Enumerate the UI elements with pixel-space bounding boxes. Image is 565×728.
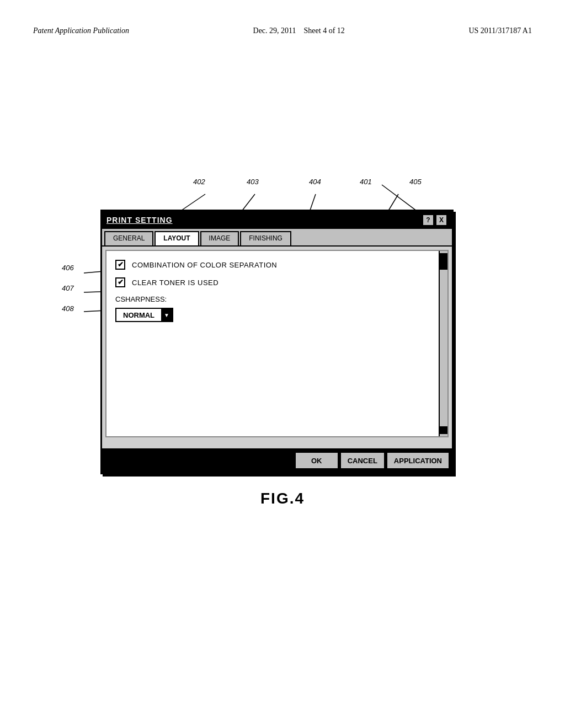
- close-button[interactable]: X: [435, 214, 447, 226]
- checkbox-color-separation-label: COMBINATION OF COLOR SEPARATION: [132, 261, 277, 269]
- checkbox-clear-toner-label: CLEAR TONER IS USED: [132, 279, 218, 287]
- scroll-thumb-top: [440, 253, 447, 270]
- sharpness-section: CSHARPNESS: NORMAL ▼: [115, 295, 439, 322]
- header-patent-num: US 2011/317187 A1: [468, 26, 532, 35]
- ref-406: 406: [62, 264, 74, 272]
- ref-405: 405: [409, 178, 422, 186]
- checkbox-row-clear-toner: ✔ CLEAR TONER IS USED: [115, 277, 439, 287]
- ref-401: 401: [360, 178, 372, 186]
- tab-image[interactable]: IMAGE: [200, 231, 239, 245]
- ok-button[interactable]: OK: [295, 452, 339, 469]
- sharpness-dropdown[interactable]: NORMAL ▼: [115, 308, 173, 322]
- dialog-title: PRINT SETTING: [106, 216, 173, 224]
- ref-407: 407: [62, 284, 74, 292]
- header-publication: Patent Application Publication: [33, 26, 129, 35]
- application-button[interactable]: APPLICATION: [386, 452, 450, 469]
- checkbox-color-separation[interactable]: ✔: [115, 260, 125, 270]
- ref-403: 403: [247, 178, 259, 186]
- page-header: Patent Application Publication Dec. 29, …: [33, 26, 532, 35]
- tab-layout[interactable]: LAYOUT: [154, 231, 199, 245]
- tab-bar: GENERAL LAYOUT IMAGE FINISHING: [102, 229, 452, 247]
- header-date-sheet: Dec. 29, 2011 Sheet 4 of 12: [253, 26, 345, 35]
- dropdown-arrow-icon: ▼: [161, 308, 172, 322]
- checkbox-clear-toner[interactable]: ✔: [115, 277, 125, 287]
- content-area: ✔ COMBINATION OF COLOR SEPARATION ✔ CLEA…: [105, 250, 449, 437]
- ref-404: 404: [309, 178, 321, 186]
- diagram-area: 402 403 404 401 405 406 407 408 409 410 …: [33, 88, 532, 607]
- figure-label: FIG.4: [260, 490, 305, 507]
- tab-finishing[interactable]: FINISHING: [240, 231, 291, 245]
- ref-402: 402: [193, 178, 205, 186]
- diagram-container: 402 403 404 401 405 406 407 408 409 410 …: [56, 154, 509, 540]
- sharpness-value: NORMAL: [116, 311, 161, 319]
- sharpness-label: CSHARPNESS:: [115, 295, 439, 303]
- button-bar: OK CANCEL APPLICATION: [102, 448, 452, 473]
- help-button[interactable]: ?: [422, 214, 434, 226]
- tab-general[interactable]: GENERAL: [104, 231, 153, 245]
- scroll-thumb-bottom: [440, 426, 447, 434]
- dialog-window: PRINT SETTING ? X GENERAL LAYOUT IMAGE: [100, 210, 454, 474]
- dropdown-row: NORMAL ▼: [115, 308, 439, 322]
- title-bar: PRINT SETTING ? X: [102, 211, 452, 229]
- cancel-button[interactable]: CANCEL: [340, 452, 385, 469]
- checkbox-row-color-separation: ✔ COMBINATION OF COLOR SEPARATION: [115, 260, 439, 270]
- ref-408: 408: [62, 304, 74, 313]
- title-controls: ? X: [422, 214, 447, 226]
- scrollbar[interactable]: [439, 251, 447, 436]
